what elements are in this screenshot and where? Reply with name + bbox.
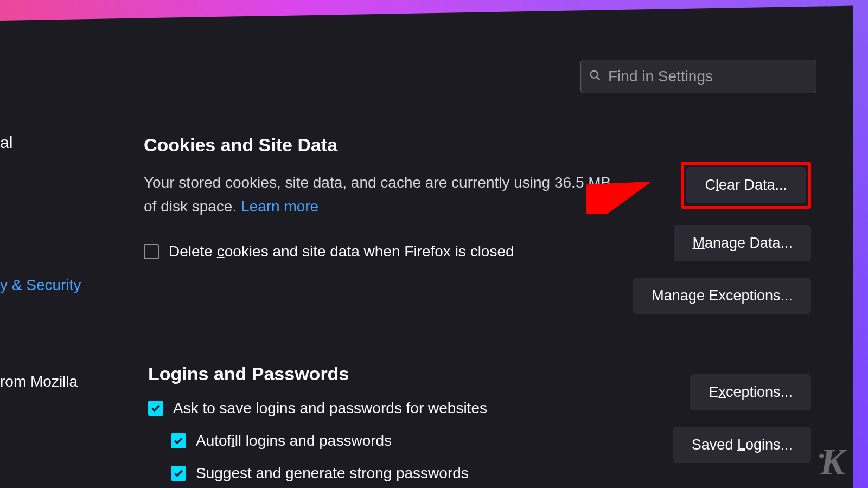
suggest-passwords-label: Suggest and generate strong passwords bbox=[196, 465, 469, 482]
gradient-border-right bbox=[853, 0, 868, 488]
svg-point-0 bbox=[591, 71, 598, 78]
settings-panel: al y & Security rom Mozilla Cookies and … bbox=[0, 6, 853, 488]
clear-data-button[interactable]: Clear Data... bbox=[686, 167, 806, 203]
svg-line-1 bbox=[597, 77, 600, 80]
logins-exceptions-button[interactable]: Exceptions... bbox=[690, 374, 811, 410]
cookies-learn-more-link[interactable]: Learn more bbox=[241, 198, 318, 215]
sidebar-item-privacy-security[interactable]: y & Security bbox=[0, 277, 81, 294]
ask-save-logins-label: Ask to save logins and passwords for web… bbox=[173, 400, 487, 417]
manage-data-button[interactable]: Manage Data... bbox=[674, 225, 811, 261]
delete-cookies-checkbox[interactable] bbox=[144, 244, 159, 259]
manage-exceptions-button[interactable]: Manage Exceptions... bbox=[633, 278, 811, 314]
autofill-label: Autofill logins and passwords bbox=[196, 432, 392, 450]
logins-buttons: Exceptions... Saved Logins... bbox=[673, 374, 811, 463]
highlight-annotation: Clear Data... bbox=[681, 162, 811, 209]
cookies-desc-text: Your stored cookies, site data, and cach… bbox=[144, 174, 611, 215]
suggest-passwords-checkbox[interactable] bbox=[171, 466, 186, 481]
saved-logins-button[interactable]: Saved Logins... bbox=[673, 427, 811, 463]
suggest-passwords-row: Suggest and generate strong passwords bbox=[171, 465, 833, 482]
watermark: K bbox=[819, 440, 844, 484]
sidebar-item-general[interactable]: al bbox=[0, 133, 12, 152]
search-container bbox=[580, 60, 816, 93]
cookies-description: Your stored cookies, site data, and cach… bbox=[144, 171, 616, 218]
main-content: Cookies and Site Data Your stored cookie… bbox=[144, 134, 833, 488]
ask-save-logins-checkbox[interactable] bbox=[148, 401, 163, 416]
cookies-section-title: Cookies and Site Data bbox=[144, 134, 833, 156]
autofill-checkbox[interactable] bbox=[171, 433, 186, 448]
search-input[interactable] bbox=[580, 60, 816, 93]
search-icon bbox=[589, 69, 601, 84]
delete-cookies-label: Delete cookies and site data when Firefo… bbox=[169, 243, 514, 260]
sidebar-item-more-from-mozilla[interactable]: rom Mozilla bbox=[0, 373, 78, 390]
cookies-buttons: Clear Data... Manage Data... Manage Exce… bbox=[633, 162, 811, 314]
